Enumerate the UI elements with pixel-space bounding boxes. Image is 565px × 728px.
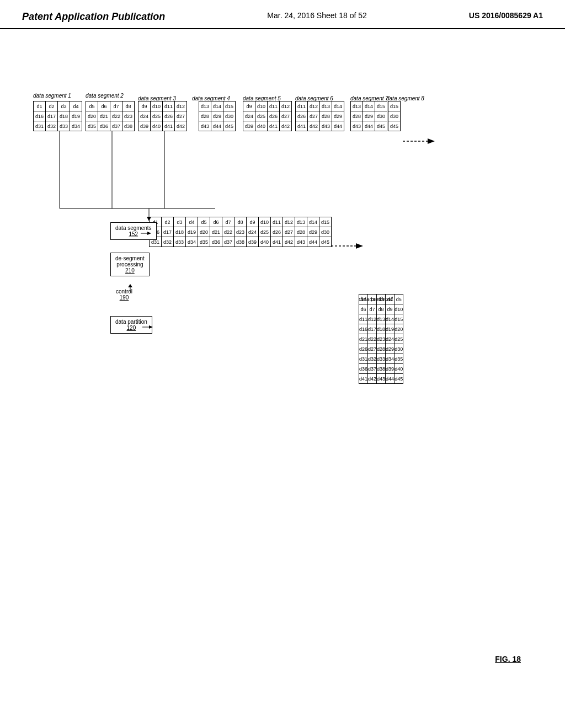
cell: d28 bbox=[199, 111, 211, 121]
cell: d32 bbox=[368, 354, 377, 364]
cell: d35 bbox=[198, 237, 210, 247]
svg-marker-9 bbox=[149, 325, 153, 329]
cell: d12 bbox=[283, 217, 295, 227]
cell: d29 bbox=[332, 111, 344, 121]
cell: d2 bbox=[368, 295, 377, 304]
cell: d25 bbox=[255, 111, 268, 121]
cell: d10 bbox=[151, 101, 163, 111]
partition-table-group: d1 d2 d3 d4 d5 d6 d7 d8 d9 d10 d11 d12 d… bbox=[359, 294, 393, 302]
cell: d39 bbox=[243, 121, 255, 131]
cell: d38 bbox=[122, 121, 135, 131]
cell: d10 bbox=[259, 217, 271, 227]
cell: d24 bbox=[243, 111, 255, 121]
cell: d15 bbox=[319, 217, 332, 227]
cell: d20 bbox=[86, 111, 98, 121]
cell: d42 bbox=[283, 237, 295, 247]
cell: d44 bbox=[307, 237, 319, 247]
cell: d38 bbox=[234, 237, 247, 247]
cell: d27 bbox=[368, 344, 377, 354]
cell: d25 bbox=[151, 111, 163, 121]
cell: d27 bbox=[283, 227, 295, 237]
cell: d3 bbox=[377, 295, 386, 304]
cell: d38 bbox=[377, 364, 386, 374]
arrow-right-top bbox=[403, 133, 436, 149]
cell: d29 bbox=[211, 111, 223, 121]
main-content: data segment 1 d1 d2 d3 d4 d16 d17 d18 d… bbox=[0, 35, 565, 708]
cell: d13 bbox=[295, 217, 307, 227]
cell: d44 bbox=[332, 121, 344, 131]
header-center: Mar. 24, 2016 Sheet 18 of 52 bbox=[267, 11, 367, 20]
page-header: Patent Application Publication Mar. 24, … bbox=[0, 0, 565, 29]
segment3-group: d9 d10 d11 d12 d24 d25 d26 d27 d39 d40 d… bbox=[138, 101, 187, 131]
cell: d34 bbox=[386, 354, 395, 364]
cell: d7 bbox=[110, 101, 122, 111]
cell: d17 bbox=[162, 227, 174, 237]
de-segment-box: de-segment processing 210 bbox=[110, 253, 150, 276]
seg3-table: d9 d10 d11 d12 d24 d25 d26 d27 d39 d40 d… bbox=[138, 101, 187, 131]
cell: d36 bbox=[98, 121, 110, 131]
up-arrow-svg bbox=[127, 284, 134, 292]
cell: d30 bbox=[375, 111, 387, 121]
cell: d3 bbox=[174, 217, 186, 227]
cell: d26 bbox=[359, 344, 368, 354]
segment4-group: d13 d14 d15 d28 d29 d30 d43 d44 d45 bbox=[199, 101, 236, 131]
cell: d34 bbox=[186, 237, 198, 247]
cell: d45 bbox=[319, 237, 332, 247]
cell: d36 bbox=[359, 364, 368, 374]
de-segment-label: de-segment bbox=[115, 255, 145, 261]
cell: d39 bbox=[138, 121, 151, 131]
cell: d9 bbox=[138, 101, 151, 111]
cell: d28 bbox=[320, 111, 332, 121]
cell: d42 bbox=[308, 121, 320, 131]
cell: d11 bbox=[268, 101, 280, 111]
fig-label: FIG. 18 bbox=[495, 655, 521, 663]
cell: d41 bbox=[268, 121, 280, 131]
cell: d19 bbox=[70, 111, 82, 121]
small-arrow-svg bbox=[141, 230, 152, 237]
cell: d6 bbox=[210, 217, 222, 227]
cell: d15 bbox=[388, 101, 401, 111]
cell: d15 bbox=[395, 314, 403, 324]
cell: d43 bbox=[351, 121, 363, 131]
middle-table: d1 d2 d3 d4 d5 d6 d7 d8 d9 d10 d11 d12 d… bbox=[149, 217, 332, 247]
cell: d10 bbox=[395, 304, 403, 314]
ctrl-number: 190 bbox=[116, 295, 132, 301]
cell: d39 bbox=[386, 364, 395, 374]
cell: d41 bbox=[271, 237, 283, 247]
cell: d25 bbox=[395, 334, 403, 344]
cell: d23 bbox=[122, 111, 135, 121]
cell: d7 bbox=[222, 217, 234, 227]
segment8-group: d15 d30 d45 bbox=[388, 101, 401, 131]
cell: d19 bbox=[386, 324, 395, 334]
cell: d41 bbox=[163, 121, 175, 131]
segment2-group: data segment 2 d5 d6 d7 d8 d20 d21 d22 d… bbox=[86, 101, 135, 131]
arrow-ctrl-up bbox=[127, 284, 134, 295]
cell: d37 bbox=[222, 237, 234, 247]
seg2-label: data segment 2 bbox=[86, 93, 124, 99]
cell: d5 bbox=[198, 217, 210, 227]
seg1-table: d1 d2 d3 d4 d16 d17 d18 d19 d31 d32 d33 … bbox=[33, 101, 82, 131]
cell: d24 bbox=[138, 111, 151, 121]
cell: d12 bbox=[175, 101, 187, 111]
dp-arrow-svg bbox=[142, 324, 153, 330]
cell: d32 bbox=[46, 121, 58, 131]
cell: d13 bbox=[199, 101, 211, 111]
cell: d13 bbox=[351, 101, 363, 111]
cell: d14 bbox=[307, 217, 319, 227]
cell: d27 bbox=[280, 111, 292, 121]
cell: d14 bbox=[363, 101, 375, 111]
cell: d32 bbox=[162, 237, 174, 247]
cell: d17 bbox=[46, 111, 58, 121]
cell: d9 bbox=[243, 101, 255, 111]
cell: d14 bbox=[386, 314, 395, 324]
dashed-arrow-middle-svg bbox=[331, 238, 364, 254]
cell: d35 bbox=[86, 121, 98, 131]
cell: d13 bbox=[377, 314, 386, 324]
cell: d1 bbox=[34, 101, 46, 111]
cell: d9 bbox=[247, 217, 259, 227]
cell: d31 bbox=[359, 354, 368, 364]
seg1-label: data segment 1 bbox=[33, 93, 71, 99]
cell: d23 bbox=[377, 334, 386, 344]
cell: d8 bbox=[122, 101, 135, 111]
seg6-table: d11 d12 d13 d14 d26 d27 d28 d29 d41 d42 … bbox=[295, 101, 344, 131]
